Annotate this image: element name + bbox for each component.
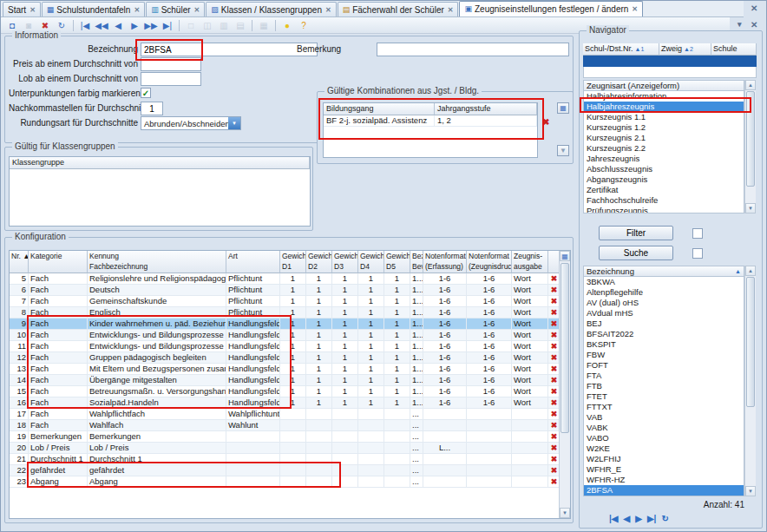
table-row[interactable]: 12FachGruppen pädagogisch begleitenHandl… — [10, 352, 570, 364]
list-item-bezeichnung[interactable]: VAB — [584, 412, 744, 423]
table-row[interactable]: 8FachEnglischPflichtunt111111...1-61-6Wo… — [10, 307, 570, 319]
chevron-down-icon[interactable]: ▾ — [738, 20, 742, 29]
tab-zeugniseinstellungen[interactable]: ▣Zeugniseinstellungen festlegen / ändern… — [459, 1, 643, 16]
suche-button[interactable]: Suche — [599, 246, 673, 260]
table-row[interactable]: 13FachMit Eltern und Bezugspersonen zusa… — [10, 364, 570, 375]
list-item-bezeichnung[interactable]: 3BKWA — [584, 277, 744, 287]
column-header-nr[interactable]: Nr. ▲ — [10, 251, 29, 273]
table-row[interactable]: 20Lob / PreisLob / Preis...L...✖ — [10, 443, 570, 454]
close-icon[interactable]: ✕ — [751, 3, 757, 13]
tab-schueler[interactable]: ▥Schüler✕ — [146, 2, 205, 16]
scrollbar-thumb[interactable] — [560, 263, 569, 433]
list-item-bezeichnung[interactable]: FBW — [584, 350, 744, 360]
table-row[interactable]: 18FachWahlfachWahlunt...✖ — [10, 420, 570, 431]
bemerkung-input[interactable] — [377, 43, 569, 56]
list-item-zeugnisart[interactable]: Fachhochschulreife — [584, 195, 744, 206]
table-row[interactable]: 11FachEntwicklungs- und Bildungsprozesse… — [10, 341, 570, 352]
rundungsart-select[interactable]: Abrunden/Abschneiden ▼ — [141, 116, 241, 130]
table-row[interactable]: 21Durchschnitt 1Durchschnitt 1...✖ — [10, 454, 570, 465]
panel-close-icon[interactable]: ✕ — [751, 20, 757, 30]
nav-first-icon[interactable]: |◀ — [77, 18, 93, 32]
scroll-up-icon[interactable]: ▲ — [745, 266, 756, 276]
list-item-bezeichnung[interactable]: FTET — [584, 391, 744, 402]
list-item-bezeichnung[interactable]: WFHR-HZ — [584, 475, 744, 485]
table-settings-icon[interactable]: ▦ — [557, 102, 569, 114]
new-record-icon[interactable]: □ — [183, 18, 199, 32]
tab-close-icon[interactable]: ✕ — [325, 6, 331, 14]
vertical-scrollbar[interactable]: ▦ ▼ — [559, 251, 570, 518]
list-item-bezeichnung[interactable]: AV (dual) oHS — [584, 298, 744, 308]
copy-icon[interactable]: ◫ — [200, 18, 215, 32]
column-header-kategorie[interactable]: Kategorie — [29, 251, 88, 273]
list-item-bezeichnung[interactable]: 2BFSA — [584, 485, 744, 496]
list-item-bezeichnung[interactable]: W2KE — [584, 443, 744, 454]
chevron-down-icon[interactable]: ▼ — [228, 117, 240, 129]
list-item-bezeichnung[interactable]: BKSPIT — [584, 339, 744, 350]
list-item-bezeichnung[interactable]: W2LFHIJ — [584, 454, 744, 464]
scroll-down-icon[interactable]: ▼ — [745, 486, 756, 496]
list-item-bezeichnung[interactable]: BFSAIT2022 — [584, 329, 744, 339]
zeugnisart-header[interactable]: Zeugnisart (Anzeigeform) — [583, 80, 744, 91]
column-header-bez[interactable]: BezBew. — [410, 251, 423, 273]
tab-close-icon[interactable]: ✕ — [134, 6, 140, 14]
list-item-zeugnisart[interactable]: Kurszeugnis 1.2 — [584, 122, 744, 133]
list-item-zeugnisart[interactable]: Abschlusszeugnis — [584, 164, 744, 174]
column-header-d3[interactable]: GewichtD3 — [332, 251, 358, 273]
filter-button[interactable]: Filter — [599, 226, 673, 240]
unterpunktungen-checkbox[interactable]: ✓ — [141, 88, 151, 98]
scrollbar-thumb[interactable] — [746, 277, 755, 407]
table-row[interactable]: BF 2-j. sozialpäd. Assistenz1, 2 — [324, 115, 537, 127]
tab-klassen[interactable]: ▨Klassen / Klassengruppen✕ — [206, 2, 336, 16]
suche-checkbox[interactable] — [692, 248, 703, 259]
vertical-scrollbar[interactable]: ▲ ▼ — [744, 266, 756, 496]
bezeichnung-input[interactable] — [141, 43, 318, 56]
list-item-zeugnisart[interactable]: Halbjahreszeugnis — [584, 102, 744, 112]
list-item-zeugnisart[interactable]: Kurszeugnis 2.1 — [584, 133, 744, 143]
column-header-d1[interactable]: GewichtD1 — [280, 251, 306, 273]
column-header-nf1[interactable]: Notenformat(Erfassung) — [423, 251, 467, 273]
table-row[interactable]: 5FachReligionslehre und Religionspädagog… — [10, 273, 570, 285]
list-item-bezeichnung[interactable]: VABK — [584, 423, 744, 433]
column-header-art[interactable]: Art — [226, 251, 280, 273]
list-item-bezeichnung[interactable]: FTB — [584, 381, 744, 391]
list-item-zeugnisart[interactable]: Zertifikat — [584, 185, 744, 195]
filter-checkbox[interactable] — [692, 228, 703, 239]
scrollbar-thumb[interactable] — [746, 91, 755, 187]
tab-close-icon[interactable]: ✕ — [30, 6, 36, 14]
refresh-icon[interactable]: ↻ — [661, 514, 668, 523]
vertical-scrollbar[interactable]: ▲ ▼ — [744, 80, 756, 213]
cut-icon[interactable]: ▥ — [216, 18, 232, 32]
preis-input[interactable] — [141, 57, 201, 71]
list-item-zeugnisart[interactable]: Abgangszeugnis — [584, 174, 744, 185]
lamp-icon[interactable]: ● — [279, 18, 295, 32]
scroll-down-icon[interactable]: ▼ — [745, 203, 756, 213]
column-header-zweig[interactable]: Zweig▲2 — [659, 43, 711, 56]
list-item-zeugnisart[interactable]: Prüfungszeugnis — [584, 206, 744, 213]
list-item-bezeichnung[interactable]: FOFT — [584, 360, 744, 371]
table-row[interactable]: 15FachBetreuungsmaßn. u. Versorgungshand… — [10, 386, 570, 397]
column-header-nf2[interactable]: Notenformat(Zeugnisdruck) — [467, 251, 512, 273]
scroll-down-icon[interactable]: ▼ — [560, 508, 570, 518]
list-item-bezeichnung[interactable]: FTTXT — [584, 402, 744, 412]
list-item-bezeichnung[interactable]: BEJ — [584, 319, 744, 329]
nav-next-icon[interactable]: ▶ — [635, 514, 642, 523]
list-item-bezeichnung[interactable]: AVdual mHS — [584, 308, 744, 319]
column-header-ausgabe[interactable]: Zeugnis-ausgabe — [512, 251, 548, 273]
tab-schulstundentafeln[interactable]: ▦Schulstundentafeln✕ — [42, 2, 145, 16]
nachkommastellen-input[interactable] — [141, 102, 163, 115]
nav-prev-page-icon[interactable]: ◀◀ — [94, 18, 109, 32]
table-row[interactable]: 16FachSozialpäd.HandelnHandlungsfeld1111… — [10, 397, 570, 409]
table-row[interactable]: 6FachDeutschPflichtunt111111...1-61-6Wor… — [10, 285, 570, 296]
list-item-zeugnisart[interactable]: Kurszeugnis 2.2 — [584, 143, 744, 154]
list-item-zeugnisart[interactable]: Halbjahresinformation — [584, 91, 744, 102]
list-item-bezeichnung[interactable]: WFHR_E — [584, 464, 744, 475]
nav-last-icon[interactable]: ▶| — [647, 514, 657, 523]
list-item-zeugnisart[interactable]: Jahreszeugnis — [584, 154, 744, 164]
table-row[interactable]: 14FachÜbergänge mitgestaltenHandlungsfel… — [10, 375, 570, 386]
tab-close-icon[interactable]: ✕ — [194, 6, 200, 14]
column-header-schulnr[interactable]: Schul-/Dst.Nr.▲1 — [583, 43, 659, 56]
table-row[interactable]: 9FachKinder wahrnehmen u. päd. Beziehung… — [10, 319, 570, 330]
column-header-d4[interactable]: GewichtD4 — [358, 251, 384, 273]
list-item-bezeichnung[interactable]: Altenpflegehilfe — [584, 287, 744, 298]
table-row[interactable]: 19BemerkungenBemerkungen...✖ — [10, 431, 570, 443]
